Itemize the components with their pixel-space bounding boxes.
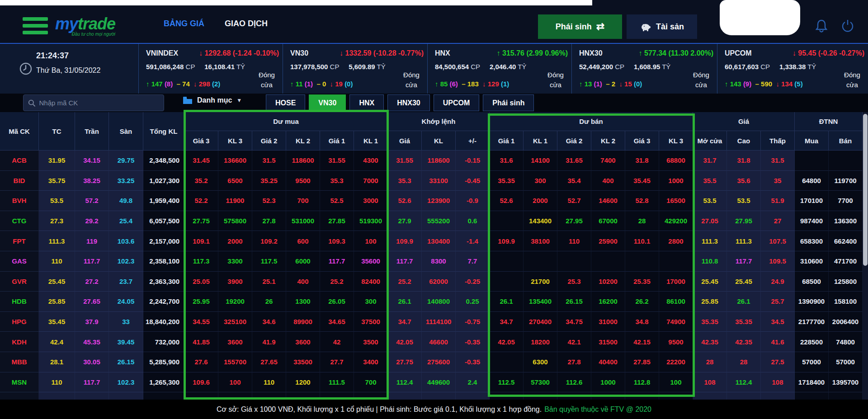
cell-ctg-5: 27.75	[184, 211, 218, 231]
cell-hpg-19: 74900	[659, 312, 693, 332]
ticker-hdb[interactable]: HDB	[0, 292, 39, 312]
tab-hnx30[interactable]: HNX30	[387, 94, 430, 111]
watchlist-dropdown[interactable]: Danh mục ▼	[183, 96, 242, 104]
index-volume-value: 60,617,603 CP 1,338.38 TỶ	[725, 63, 816, 71]
cell-bvh-9: 52.5	[320, 191, 354, 211]
cell-fpt-1: 111.3	[39, 231, 75, 251]
sub-header-kl-1: KL 1	[524, 131, 557, 151]
cell-gvr-9: 25.2	[320, 272, 354, 292]
cell-kdh-22: 41.6	[761, 332, 795, 352]
cell-ctg-13: 0.6	[456, 211, 490, 231]
cell-hpg-24: 2006400	[829, 312, 863, 332]
cell-kdh-20: 42.35	[693, 332, 727, 352]
cell-bid-23: 64800	[795, 171, 829, 191]
cell-fpt-9: 109.3	[320, 231, 354, 251]
cell-bvh-18: 52.8	[625, 191, 659, 211]
mytrade-logo[interactable]: mytrade Đầu tư cho mọi người	[55, 14, 115, 37]
vertical-scrollbar[interactable]	[863, 112, 868, 400]
ticker-kdh[interactable]: KDH	[0, 332, 39, 352]
cell-bvh-16: 52.7	[557, 191, 591, 211]
cell-bvh-3: 49.8	[109, 191, 143, 211]
ticker-hpg[interactable]: HPG	[0, 312, 39, 332]
col-header-sàn: Sàn	[109, 112, 143, 151]
cell-gvr-14	[490, 272, 524, 292]
cell-mbb-13: -0.35	[456, 352, 490, 372]
ticker-gvr[interactable]: GVR	[0, 272, 39, 292]
notifications-bell-icon[interactable]	[814, 18, 829, 33]
ticker-fpt[interactable]: FPT	[0, 231, 39, 251]
cell-hdb-20: 25.85	[693, 292, 727, 312]
logout-power-icon[interactable]	[840, 18, 855, 33]
cell-bvh-5: 52.2	[184, 191, 218, 211]
tab-upcom[interactable]: UPCOM	[434, 94, 480, 111]
ticker-ctg[interactable]: CTG	[0, 211, 39, 231]
cell-gvr-15: 21700	[524, 272, 557, 292]
tab-vn30[interactable]: VN30	[309, 94, 346, 111]
cell-hpg-18: 34.8	[625, 312, 659, 332]
cell-gas-2: 117.7	[75, 251, 109, 272]
cell-mbb-11: 27.75	[388, 352, 422, 372]
cell-hpg-12: 1114100	[422, 312, 456, 332]
hamburger-menu-icon[interactable]	[23, 17, 48, 35]
price-table: Mã CKTCTrầnSànTổng KLDư muaKhớp lệnhDư b…	[0, 112, 863, 400]
cell-bvh-7: 52.3	[252, 191, 286, 211]
index-name: VN30	[290, 49, 308, 57]
index-breadth: ↑ 85 (6) – 183 ↓ 129 (1)	[435, 80, 509, 88]
tab-phái-sinh[interactable]: Phái sinh	[483, 94, 534, 111]
ticker-gas[interactable]: GAS	[0, 251, 39, 272]
search-input[interactable]	[39, 99, 159, 107]
cell-acb-13: -0.15	[456, 151, 490, 171]
cell-ctg-11: 27.9	[388, 211, 422, 231]
cell-ctg-8: 531000	[286, 211, 320, 231]
cell-fpt-3: 103.6	[109, 231, 143, 251]
sub-header-kl: KL	[422, 131, 456, 151]
assets-button[interactable]: Tài sản	[627, 14, 697, 39]
ticker-bid[interactable]: BID	[0, 171, 39, 191]
cell-bvh-14: 52.6	[490, 191, 524, 211]
cell-fpt-13: -1.4	[456, 231, 490, 251]
cell-bid-17: 400	[591, 171, 625, 191]
cell-msn-9: 111.5	[320, 372, 354, 393]
sub-header-giá-3: Giá 3	[625, 131, 659, 151]
scrollbar-thumb[interactable]	[863, 114, 868, 266]
sub-header-giá-1: Giá 1	[490, 131, 524, 151]
top-white-strip	[0, 0, 592, 5]
cell-gas-7: 117.5	[252, 251, 286, 272]
cell-bvh-2: 57.2	[75, 191, 109, 211]
ticker-bvh[interactable]: BVH	[0, 191, 39, 211]
derivatives-button[interactable]: Phái sinh ⇄	[538, 14, 622, 39]
cell-kdh-24: 74800	[829, 332, 863, 352]
cell-ctg-22: 27	[761, 211, 795, 231]
cell-gas-19	[659, 251, 693, 272]
nav-price-board[interactable]: BẢNG GIÁ	[164, 19, 204, 28]
cell-ctg-17: 67000	[591, 211, 625, 231]
cell-ctg-14	[490, 211, 524, 231]
cell-bid-15: 300	[524, 171, 557, 191]
cell-bvh-23: 170100	[795, 191, 829, 211]
cell-bid-7: 35.25	[252, 171, 286, 191]
cell-mbb-2: 30.05	[75, 352, 109, 372]
nav-trading[interactable]: GIAO DỊCH	[225, 19, 268, 28]
cell-gas-4: 2,358,100	[143, 251, 184, 272]
ticker-mbb[interactable]: MBB	[0, 352, 39, 372]
ticker-msn[interactable]: MSN	[0, 372, 39, 393]
cell-kdh-14: 42.05	[490, 332, 524, 352]
cell-bvh-15: 2000	[524, 191, 557, 211]
cell-hpg-17: 31000	[591, 312, 625, 332]
cell-hpg-1: 35.45	[39, 312, 75, 332]
tab-hnx[interactable]: HNX	[349, 94, 384, 111]
sub-header-bán: Bán	[829, 131, 863, 151]
cell-mbb-4: 5,285,900	[143, 352, 184, 372]
logo-trade: trade	[78, 14, 115, 33]
cell-ctg-2: 29.2	[75, 211, 109, 231]
cell-gas-15	[524, 251, 557, 272]
watchlist-label: Danh mục	[197, 96, 232, 104]
cell-kdh-18: 42.15	[625, 332, 659, 352]
footer-copyright[interactable]: Bản quyền thuộc về FTV @ 2020	[544, 405, 651, 414]
tab-hose[interactable]: HOSE	[266, 94, 305, 111]
cell-gas-24: 471700	[829, 251, 863, 272]
cell-bid-14: 35.35	[490, 171, 524, 191]
ticker-search[interactable]	[23, 94, 164, 111]
ticker-acb[interactable]: ACB	[0, 151, 39, 171]
cell-gvr-2: 27.2	[75, 272, 109, 292]
